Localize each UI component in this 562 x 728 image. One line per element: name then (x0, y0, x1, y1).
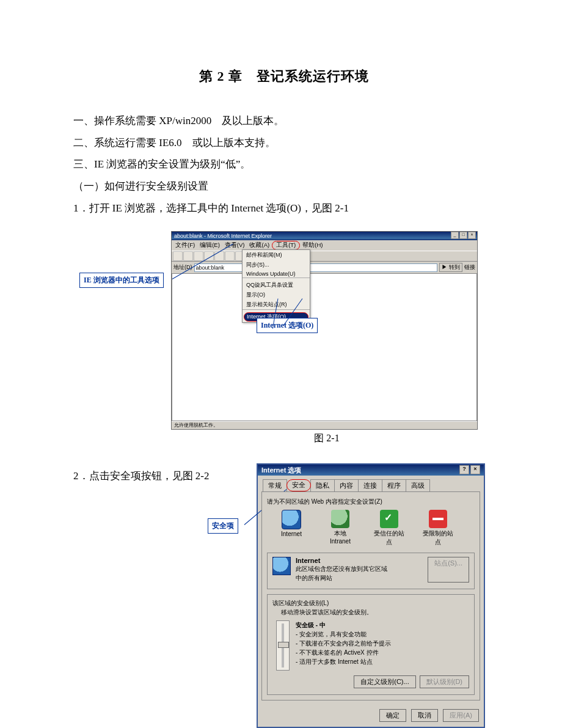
close-icon[interactable]: × (468, 232, 476, 239)
apply-button[interactable]: 应用(A) (443, 709, 479, 722)
forward-icon[interactable] (183, 251, 193, 261)
para-howto: （一）如何进行安全级别设置 (73, 175, 495, 197)
default-level-button[interactable]: 默认级别(D) (420, 675, 469, 688)
ie-window: about:blank - Microsoft Internet Explore… (171, 231, 478, 430)
tab-privacy[interactable]: 隐私 (310, 479, 335, 491)
callout-security-tab: 安全项 (208, 518, 238, 534)
go-label: 转到 (449, 264, 460, 270)
zone-desc: 此区域包含您还没有放到其它区域 中的所有网站 (296, 564, 423, 583)
menu-edit[interactable]: 编辑(E) (197, 241, 222, 250)
globe-icon (282, 510, 301, 529)
minimize-icon[interactable]: _ (451, 232, 459, 239)
level-group: 该区域的安全级别(L) 移动滑块设置该区域的安全级别。 安全级 - 中 - 安全… (267, 594, 475, 695)
dialog-titlebar: Internet 选项 ? × (258, 465, 484, 476)
menu-tools[interactable]: 工具(T) (272, 241, 300, 250)
menu-fav[interactable]: 收藏(A) (247, 241, 272, 250)
ie-titlebar: about:blank - Microsoft Internet Explore… (172, 232, 477, 240)
ie-statusbar: 允许使用脱机工作。 (172, 421, 477, 429)
restricted-icon (429, 510, 447, 528)
help-icon[interactable]: ? (459, 465, 469, 474)
close-icon[interactable]: × (470, 465, 480, 474)
zone-label: Internet (273, 531, 310, 537)
zone-trusted[interactable]: 受信任的站 点 (371, 510, 407, 546)
ie-content-area (172, 274, 477, 421)
stop-icon[interactable] (194, 251, 203, 261)
tab-conn[interactable]: 连接 (358, 479, 382, 491)
intranet-icon (331, 510, 349, 528)
zone-row: Internet 本地 Intranet 受信任的站 点 受限制的站 (273, 510, 475, 546)
go-button[interactable]: ▶ 转到 (439, 263, 462, 272)
trusted-icon (380, 510, 398, 528)
zone-head: Internet (296, 557, 423, 564)
figure-caption-1: 图 2-1 (171, 432, 483, 445)
globe-icon (272, 557, 291, 575)
search-icon[interactable] (225, 251, 235, 261)
zone-intranet[interactable]: 本地 Intranet (322, 510, 359, 546)
figure-2-1: about:blank - Microsoft Internet Explore… (171, 231, 483, 445)
para-ie: 二、系统运行需要 IE6.0 或以上版本支持。 (73, 132, 495, 154)
back-icon[interactable] (173, 251, 183, 261)
tab-adv[interactable]: 高级 (406, 479, 430, 491)
internet-options-dialog: Internet 选项 ? × 常规 安全 隐私 内容 连接 程序 高级 请 (257, 463, 485, 728)
para-os: 一、操作系统需要 XP/win2000 及以上版本。 (73, 110, 495, 132)
zone-internet[interactable]: Internet (273, 510, 310, 546)
security-slider[interactable] (276, 620, 290, 671)
sites-button[interactable]: 站点(S)... (428, 557, 469, 583)
level-hint: 移动滑块设置该区域的安全级别。 (281, 608, 469, 617)
dialog-footer: 确定 取消 应用(A) (258, 704, 484, 727)
tab-general[interactable]: 常规 (263, 479, 287, 491)
chapter-title: 第 2 章 登记系统运行环境 (73, 67, 495, 86)
dialog-tabs: 常规 安全 隐私 内容 连接 程序 高级 (258, 479, 484, 491)
ok-button[interactable]: 确定 (379, 709, 406, 722)
para-step2: 2．点击安全项按钮，见图 2-2 (73, 463, 257, 487)
level-bullet: - 下载潜在不安全内容之前给予提示 (296, 639, 391, 648)
tab-prog[interactable]: 程序 (382, 479, 406, 491)
para-sec: 三、IE 浏览器的安全设置为级别“低”。 (73, 153, 495, 175)
zone-info-group: Internet 此区域包含您还没有放到其它区域 中的所有网站 站点(S)... (267, 553, 475, 589)
zone-label: 本地 Intranet (322, 529, 359, 545)
links-label: 链接 (464, 263, 475, 271)
level-bullet: - 安全浏览，具有安全功能 (296, 630, 391, 639)
dropdown-item[interactable]: 邮件和新闻(M) (243, 250, 310, 260)
level-name: 安全级 - 中 (296, 620, 391, 630)
tab-security[interactable]: 安全 (286, 479, 311, 491)
para-step1: 1．打开 IE 浏览器，选择工具中的 Internet 选项(O)，见图 2-1 (73, 197, 495, 219)
address-label: 地址(D) (173, 263, 192, 271)
level-bullet: - 适用于大多数 Internet 站点 (296, 657, 391, 666)
menu-view[interactable]: 查看(V) (222, 241, 247, 250)
ie-addressbar: 地址(D) ▶ 转到 链接 (172, 262, 477, 274)
address-input[interactable] (194, 263, 438, 272)
zone-label: 受限制的站 点 (420, 529, 456, 546)
zone-instruction: 请为不同区域的 Web 内容指定安全设置(Z) (267, 497, 475, 506)
cancel-button[interactable]: 取消 (411, 709, 438, 722)
menu-file[interactable]: 文件(F) (173, 241, 197, 250)
dialog-title-text: Internet 选项 (261, 465, 301, 476)
custom-level-button[interactable]: 自定义级别(C)... (354, 675, 415, 688)
tab-content[interactable]: 内容 (334, 479, 359, 491)
dropdown-item[interactable]: QQ旋风工具条设置 (243, 280, 310, 290)
slider-thumb-icon[interactable] (278, 642, 289, 648)
tools-dropdown: 邮件和新闻(M) 同步(S)... Windows Update(U) QQ旋风… (242, 249, 310, 323)
maximize-icon[interactable]: □ (459, 232, 467, 239)
dropdown-item[interactable]: 显示(O) (243, 290, 310, 300)
dropdown-item[interactable]: Windows Update(U) (243, 270, 310, 278)
security-panel: 请为不同区域的 Web 内容指定安全设置(Z) Internet 本地 Intr… (261, 491, 480, 700)
zone-label: 受信任的站 点 (371, 529, 407, 546)
menu-help[interactable]: 帮助(H) (300, 241, 325, 250)
ie-title-text: about:blank - Microsoft Internet Explore… (174, 232, 272, 240)
level-label: 该区域的安全级别(L) (272, 598, 469, 608)
dropdown-item[interactable]: 同步(S)... (243, 260, 310, 270)
level-bullet: - 不下载未签名的 ActiveX 控件 (296, 648, 391, 657)
ie-menubar: 文件(F) 编辑(E) 查看(V) 收藏(A) 工具(T) 帮助(H) (172, 240, 477, 251)
callout-tools: IE 浏览器中的工具选项 (79, 273, 164, 288)
zone-restricted[interactable]: 受限制的站 点 (420, 510, 456, 546)
figure-2-2: Internet 选项 ? × 常规 安全 隐私 内容 连接 程序 高级 请 (257, 463, 485, 728)
